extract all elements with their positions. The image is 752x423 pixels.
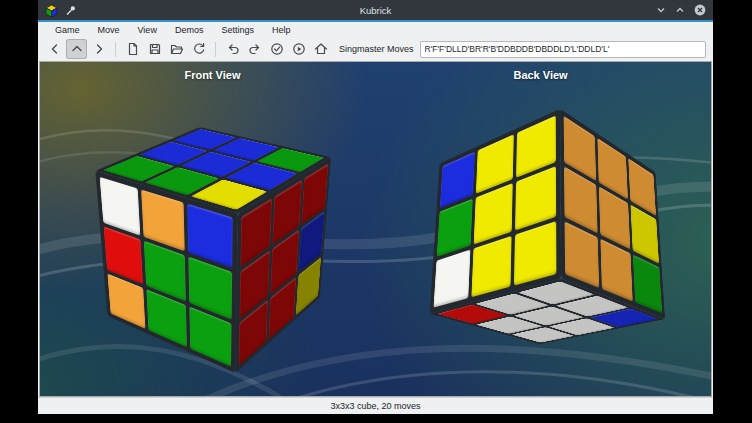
redo-button[interactable] (244, 39, 265, 59)
play-button[interactable] (288, 39, 309, 59)
back-view-cube[interactable] (489, 143, 618, 330)
singmaster-moves-label: Singmaster Moves (339, 44, 414, 54)
go-up-button[interactable] (66, 39, 87, 59)
front-view-cube[interactable] (152, 147, 289, 332)
new-document-icon (125, 41, 141, 57)
reload-icon (191, 41, 207, 57)
menubar: Game Move View Demos Settings Help (38, 22, 713, 37)
titlebar[interactable]: Kubrick (38, 0, 713, 20)
home-icon (313, 41, 329, 57)
menu-help[interactable]: Help (263, 25, 300, 35)
back-view-label: Back View (513, 69, 567, 81)
save-button[interactable] (144, 39, 165, 59)
open-folder-icon (169, 41, 185, 57)
cube-sticker-yellow (515, 166, 556, 230)
kubrick-window: Kubrick Game Move View Demos Settings He… (38, 0, 713, 413)
save-floppy-icon (147, 41, 163, 57)
go-previous-button[interactable] (44, 39, 65, 59)
cube-sticker-green (437, 199, 473, 257)
cube-sticker-yellow (474, 183, 513, 244)
menu-demos[interactable]: Demos (166, 25, 213, 35)
solve-button[interactable] (266, 39, 287, 59)
toolbar: Singmaster Moves (38, 37, 713, 61)
restart-button[interactable] (188, 39, 209, 59)
undo-icon (225, 41, 241, 57)
minimize-button[interactable] (656, 5, 666, 15)
chevron-left-icon (47, 41, 63, 57)
maximize-button[interactable] (675, 5, 685, 15)
play-circle-icon (291, 41, 307, 57)
window-title: Kubrick (38, 5, 713, 16)
open-button[interactable] (166, 39, 187, 59)
singmaster-moves-input[interactable] (420, 41, 706, 58)
front-view-label: Front View (184, 69, 240, 81)
toolbar-separator (215, 42, 216, 57)
back-view-cube-scene (469, 159, 629, 319)
pin-icon[interactable] (65, 5, 76, 16)
menu-settings[interactable]: Settings (212, 25, 263, 35)
kubrick-app-icon (45, 4, 58, 17)
redo-icon (247, 41, 263, 57)
status-text: 3x3x3 cube, 20 moves (330, 401, 420, 411)
menu-move[interactable]: Move (89, 25, 129, 35)
cube-sticker-white (433, 249, 470, 307)
menu-game[interactable]: Game (46, 25, 89, 35)
chevron-right-icon (91, 41, 107, 57)
front-view-cube-scene (136, 159, 296, 319)
go-next-button[interactable] (88, 39, 109, 59)
check-circle-icon (269, 41, 285, 57)
new-puzzle-button[interactable] (122, 39, 143, 59)
close-button[interactable] (694, 4, 706, 16)
cube-viewport[interactable]: Front View Back View (39, 61, 712, 397)
statusbar: 3x3x3 cube, 20 moves (38, 397, 713, 414)
cube-sticker-yellow (472, 236, 512, 298)
undo-button[interactable] (222, 39, 243, 59)
home-button[interactable] (310, 39, 331, 59)
toolbar-separator (115, 42, 116, 57)
cube-sticker-yellow (514, 221, 557, 286)
menu-view[interactable]: View (129, 25, 166, 35)
chevron-up-icon (69, 41, 85, 57)
